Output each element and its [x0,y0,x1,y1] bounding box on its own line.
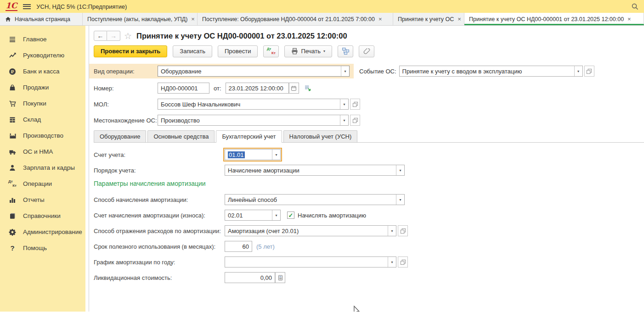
tab-receipts-list[interactable]: Поступление (акты, накладные, УПД) × [83,13,198,25]
chevron-down-icon[interactable]: ▾ [272,150,280,160]
search-icon[interactable] [631,3,638,10]
sidebar-item-label: Производство [23,132,63,139]
document-structure-button[interactable] [338,45,353,57]
open-link-icon [400,228,406,234]
chevron-down-icon[interactable]: ▾ [396,165,404,175]
number-label: Номер: [94,85,158,92]
depreciation-schedule-open-button[interactable] [398,256,408,267]
accrue-depreciation-checkbox[interactable]: ✓ [287,212,294,219]
location-open-button[interactable] [350,115,360,126]
account-combo[interactable]: 01.01 ▾ [225,149,281,160]
dt-kt-postings-button[interactable]: ДтКт [263,45,279,57]
depreciation-schedule-label: График амортизации по году: [94,259,225,266]
expense-method-combo[interactable]: Амортизация (счет 20.01) ▾ [225,225,396,236]
sidebar-item-purchases[interactable]: Покупки [0,95,85,111]
location-label: Местонахождение ОС: [94,117,158,124]
gear-icon [8,228,17,236]
set-date-icon [304,84,311,92]
chevron-down-icon: ▾ [323,49,325,53]
sidebar-item-help[interactable]: ? Помощь [0,240,85,256]
calculator-button[interactable] [275,272,285,283]
sidebar-item-main[interactable]: Главное [0,31,85,47]
main-menu-icon[interactable] [23,3,31,10]
sections-sidebar: Главное Руководителю Р Банк и касса Прод… [0,26,85,312]
favorite-star-icon[interactable]: ☆ [124,31,132,41]
operation-kind-combo[interactable]: Оборудование ▾ [158,66,350,77]
mol-combo[interactable]: Боссов Шеф Начальникович ▾ [158,99,349,110]
sidebar-item-fixed-assets[interactable]: ОС и НМА [0,144,85,160]
sidebar-item-administration[interactable]: Администрирование [0,224,85,240]
depreciation-account-combo[interactable]: 02.01 ▾ [225,210,281,221]
expense-method-open-button[interactable] [398,225,408,236]
post-button[interactable]: Провести [218,45,258,57]
chevron-down-icon[interactable]: ▾ [574,66,582,76]
sidebar-item-operations[interactable]: ДтКт Операции [0,176,85,192]
depreciation-section-header: Параметры начисления амортизации [94,180,644,190]
location-combo[interactable]: Производство ▾ [158,115,349,126]
os-event-open-button[interactable] [584,66,594,77]
chevron-down-icon[interactable]: ▾ [341,66,349,76]
set-current-date-button[interactable] [303,83,313,94]
close-icon[interactable]: × [378,16,383,22]
document-toolbar: Провести и закрыть Записать Провести ДтК… [94,45,644,57]
svg-text:Р: Р [11,69,14,74]
tab-home-page[interactable]: Начальная страница [0,13,83,25]
sidebar-item-payroll-hr[interactable]: Зарплата и кадры [0,160,85,176]
chevron-down-icon[interactable]: ▾ [272,210,280,220]
tab-receipt-document[interactable]: Поступление: Оборудование НД00-000004 от… [198,13,393,25]
back-button[interactable]: ← [94,31,107,41]
sidebar-item-warehouse[interactable]: Склад [0,111,85,128]
save-button[interactable]: Записать [173,45,212,57]
tab-accounting[interactable]: Бухгалтерский учет [216,130,282,143]
post-and-close-button[interactable]: Провести и закрыть [94,45,167,57]
useful-life-input[interactable]: 60 [225,241,252,252]
attachments-button[interactable] [359,45,374,57]
tab-label: Начальная страница [15,16,70,22]
depreciation-schedule-combo[interactable]: ▾ [225,256,396,267]
depreciation-method-combo[interactable]: Линейный способ ▾ [225,194,405,205]
chevron-down-icon[interactable]: ▾ [396,195,404,205]
os-event-combo[interactable]: Принятие к учету с вводом в эксплуатацию… [399,66,583,77]
accounting-order-label: Порядок учета: [94,167,225,174]
mol-open-button[interactable] [350,99,360,110]
close-icon[interactable]: × [457,16,462,22]
tab-tax-usn[interactable]: Налоговый учет (УСН) [283,130,358,142]
tab-equipment[interactable]: Оборудование [94,130,146,142]
operation-kind-row-highlight: Вид операции: Оборудование ▾ [89,64,354,78]
chevron-down-icon[interactable]: ▾ [388,257,396,267]
date-input[interactable]: 23.01.2025 12:00:00 [226,83,289,94]
useful-life-hint: (5 лет) [256,243,275,250]
mol-label: МОЛ: [94,101,158,108]
chevron-down-icon[interactable]: ▾ [340,99,348,109]
expense-method-label: Способ отражения расходов по амортизации… [94,228,225,234]
document-navrow: ← → ☆ Принятие к учету ОС НД00-000001 от… [94,30,644,41]
document-form: ← → ☆ Принятие к учету ОС НД00-000001 от… [89,26,644,312]
menu-lines-icon [8,36,17,43]
sidebar-item-production[interactable]: Производство [0,128,85,144]
sidebar-item-label: Администрирование [23,228,82,235]
close-icon[interactable]: × [191,16,195,22]
truck-icon [8,148,17,156]
close-icon[interactable]: × [627,16,632,22]
liquidation-value-input[interactable]: 0,00 [225,272,275,283]
paperclip-icon [363,48,370,55]
calculator-icon [277,275,283,281]
chevron-down-icon[interactable]: ▾ [388,226,396,236]
selected-text: 01.01 [228,151,245,158]
number-input[interactable]: НД00-000001 [158,83,209,94]
sidebar-item-label: Покупки [23,100,46,107]
chevron-down-icon[interactable]: ▾ [340,115,348,125]
print-button[interactable]: Печать ▾ [284,45,332,57]
accounting-order-combo[interactable]: Начисление амортизации ▾ [225,165,405,176]
calendar-button[interactable] [289,83,299,94]
sidebar-item-directories[interactable]: Справочники [0,208,85,224]
tab-os-acceptance-document[interactable]: Принятие к учету ОС НД00-000001 от 23.01… [464,13,644,25]
sidebar-item-sales[interactable]: Продажи [0,79,85,95]
sidebar-item-bank-cash[interactable]: Р Банк и касса [0,63,85,79]
sidebar-item-manager[interactable]: Руководителю [0,47,85,63]
sidebar-item-reports[interactable]: Отчеты [0,192,85,208]
tab-fixed-assets[interactable]: Основные средства [147,130,215,142]
tab-os-acceptance-list[interactable]: Принятие к учету ОС × [393,13,464,25]
forward-button[interactable]: → [107,31,120,41]
mouse-cursor [353,306,361,312]
